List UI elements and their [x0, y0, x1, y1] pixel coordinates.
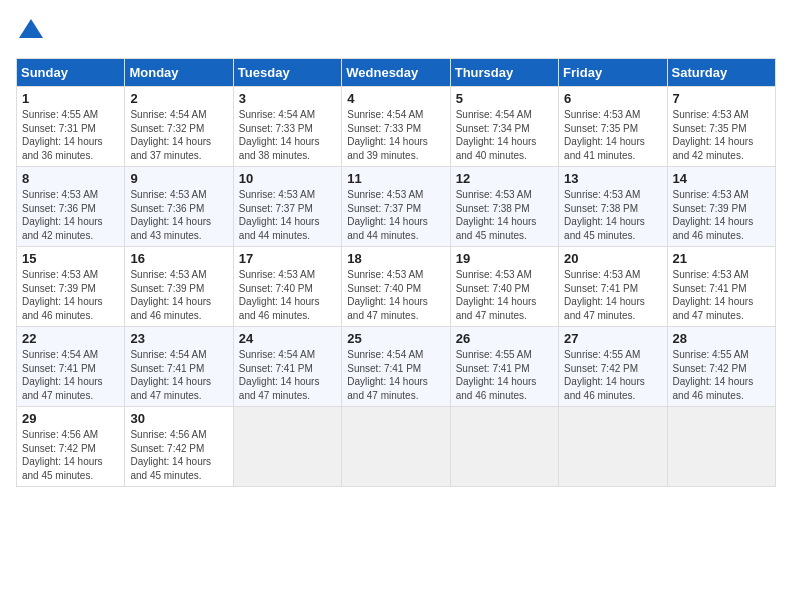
- day-cell: 11Sunrise: 4:53 AM Sunset: 7:37 PM Dayli…: [342, 167, 450, 247]
- day-info: Sunrise: 4:53 AM Sunset: 7:41 PM Dayligh…: [564, 268, 661, 322]
- day-info: Sunrise: 4:54 AM Sunset: 7:41 PM Dayligh…: [347, 348, 444, 402]
- day-cell: [450, 407, 558, 487]
- day-cell: 10Sunrise: 4:53 AM Sunset: 7:37 PM Dayli…: [233, 167, 341, 247]
- day-cell: 27Sunrise: 4:55 AM Sunset: 7:42 PM Dayli…: [559, 327, 667, 407]
- day-number: 22: [22, 331, 119, 346]
- day-number: 12: [456, 171, 553, 186]
- day-cell: 23Sunrise: 4:54 AM Sunset: 7:41 PM Dayli…: [125, 327, 233, 407]
- day-cell: 18Sunrise: 4:53 AM Sunset: 7:40 PM Dayli…: [342, 247, 450, 327]
- day-number: 18: [347, 251, 444, 266]
- day-info: Sunrise: 4:53 AM Sunset: 7:36 PM Dayligh…: [130, 188, 227, 242]
- logo-icon: [16, 16, 46, 46]
- day-info: Sunrise: 4:53 AM Sunset: 7:41 PM Dayligh…: [673, 268, 770, 322]
- day-number: 19: [456, 251, 553, 266]
- day-info: Sunrise: 4:55 AM Sunset: 7:42 PM Dayligh…: [564, 348, 661, 402]
- day-info: Sunrise: 4:56 AM Sunset: 7:42 PM Dayligh…: [130, 428, 227, 482]
- week-row-4: 22Sunrise: 4:54 AM Sunset: 7:41 PM Dayli…: [17, 327, 776, 407]
- header-thursday: Thursday: [450, 59, 558, 87]
- day-cell: 25Sunrise: 4:54 AM Sunset: 7:41 PM Dayli…: [342, 327, 450, 407]
- day-cell: [667, 407, 775, 487]
- calendar-header-row: SundayMondayTuesdayWednesdayThursdayFrid…: [17, 59, 776, 87]
- day-number: 20: [564, 251, 661, 266]
- day-cell: 16Sunrise: 4:53 AM Sunset: 7:39 PM Dayli…: [125, 247, 233, 327]
- day-number: 3: [239, 91, 336, 106]
- week-row-5: 29Sunrise: 4:56 AM Sunset: 7:42 PM Dayli…: [17, 407, 776, 487]
- day-info: Sunrise: 4:53 AM Sunset: 7:38 PM Dayligh…: [456, 188, 553, 242]
- day-number: 15: [22, 251, 119, 266]
- day-number: 23: [130, 331, 227, 346]
- day-number: 21: [673, 251, 770, 266]
- day-info: Sunrise: 4:53 AM Sunset: 7:40 PM Dayligh…: [456, 268, 553, 322]
- svg-rect-1: [28, 30, 34, 38]
- day-cell: 28Sunrise: 4:55 AM Sunset: 7:42 PM Dayli…: [667, 327, 775, 407]
- header-wednesday: Wednesday: [342, 59, 450, 87]
- day-cell: 7Sunrise: 4:53 AM Sunset: 7:35 PM Daylig…: [667, 87, 775, 167]
- day-number: 10: [239, 171, 336, 186]
- day-info: Sunrise: 4:53 AM Sunset: 7:39 PM Dayligh…: [130, 268, 227, 322]
- header-tuesday: Tuesday: [233, 59, 341, 87]
- day-info: Sunrise: 4:55 AM Sunset: 7:42 PM Dayligh…: [673, 348, 770, 402]
- day-cell: 21Sunrise: 4:53 AM Sunset: 7:41 PM Dayli…: [667, 247, 775, 327]
- day-number: 1: [22, 91, 119, 106]
- day-cell: 6Sunrise: 4:53 AM Sunset: 7:35 PM Daylig…: [559, 87, 667, 167]
- day-number: 24: [239, 331, 336, 346]
- day-number: 14: [673, 171, 770, 186]
- day-number: 17: [239, 251, 336, 266]
- day-info: Sunrise: 4:55 AM Sunset: 7:31 PM Dayligh…: [22, 108, 119, 162]
- day-cell: [342, 407, 450, 487]
- day-cell: 15Sunrise: 4:53 AM Sunset: 7:39 PM Dayli…: [17, 247, 125, 327]
- day-cell: 29Sunrise: 4:56 AM Sunset: 7:42 PM Dayli…: [17, 407, 125, 487]
- day-number: 4: [347, 91, 444, 106]
- day-cell: [233, 407, 341, 487]
- day-info: Sunrise: 4:54 AM Sunset: 7:33 PM Dayligh…: [239, 108, 336, 162]
- day-info: Sunrise: 4:53 AM Sunset: 7:39 PM Dayligh…: [673, 188, 770, 242]
- day-info: Sunrise: 4:53 AM Sunset: 7:40 PM Dayligh…: [347, 268, 444, 322]
- day-cell: 5Sunrise: 4:54 AM Sunset: 7:34 PM Daylig…: [450, 87, 558, 167]
- day-cell: 20Sunrise: 4:53 AM Sunset: 7:41 PM Dayli…: [559, 247, 667, 327]
- week-row-1: 1Sunrise: 4:55 AM Sunset: 7:31 PM Daylig…: [17, 87, 776, 167]
- header-saturday: Saturday: [667, 59, 775, 87]
- day-number: 13: [564, 171, 661, 186]
- day-info: Sunrise: 4:54 AM Sunset: 7:41 PM Dayligh…: [239, 348, 336, 402]
- week-row-3: 15Sunrise: 4:53 AM Sunset: 7:39 PM Dayli…: [17, 247, 776, 327]
- day-number: 26: [456, 331, 553, 346]
- day-number: 27: [564, 331, 661, 346]
- day-cell: 19Sunrise: 4:53 AM Sunset: 7:40 PM Dayli…: [450, 247, 558, 327]
- day-number: 28: [673, 331, 770, 346]
- day-info: Sunrise: 4:55 AM Sunset: 7:41 PM Dayligh…: [456, 348, 553, 402]
- day-cell: 14Sunrise: 4:53 AM Sunset: 7:39 PM Dayli…: [667, 167, 775, 247]
- day-info: Sunrise: 4:53 AM Sunset: 7:35 PM Dayligh…: [673, 108, 770, 162]
- day-info: Sunrise: 4:54 AM Sunset: 7:41 PM Dayligh…: [130, 348, 227, 402]
- day-cell: 13Sunrise: 4:53 AM Sunset: 7:38 PM Dayli…: [559, 167, 667, 247]
- calendar-body: 1Sunrise: 4:55 AM Sunset: 7:31 PM Daylig…: [17, 87, 776, 487]
- day-info: Sunrise: 4:53 AM Sunset: 7:40 PM Dayligh…: [239, 268, 336, 322]
- day-info: Sunrise: 4:53 AM Sunset: 7:37 PM Dayligh…: [239, 188, 336, 242]
- day-number: 9: [130, 171, 227, 186]
- day-cell: 17Sunrise: 4:53 AM Sunset: 7:40 PM Dayli…: [233, 247, 341, 327]
- day-cell: 26Sunrise: 4:55 AM Sunset: 7:41 PM Dayli…: [450, 327, 558, 407]
- day-number: 2: [130, 91, 227, 106]
- day-cell: 22Sunrise: 4:54 AM Sunset: 7:41 PM Dayli…: [17, 327, 125, 407]
- day-number: 5: [456, 91, 553, 106]
- logo: [16, 16, 50, 46]
- day-number: 11: [347, 171, 444, 186]
- day-cell: 4Sunrise: 4:54 AM Sunset: 7:33 PM Daylig…: [342, 87, 450, 167]
- day-number: 25: [347, 331, 444, 346]
- day-cell: [559, 407, 667, 487]
- day-info: Sunrise: 4:54 AM Sunset: 7:32 PM Dayligh…: [130, 108, 227, 162]
- day-number: 6: [564, 91, 661, 106]
- day-info: Sunrise: 4:54 AM Sunset: 7:34 PM Dayligh…: [456, 108, 553, 162]
- day-cell: 8Sunrise: 4:53 AM Sunset: 7:36 PM Daylig…: [17, 167, 125, 247]
- day-cell: 30Sunrise: 4:56 AM Sunset: 7:42 PM Dayli…: [125, 407, 233, 487]
- day-info: Sunrise: 4:53 AM Sunset: 7:35 PM Dayligh…: [564, 108, 661, 162]
- day-info: Sunrise: 4:56 AM Sunset: 7:42 PM Dayligh…: [22, 428, 119, 482]
- header-friday: Friday: [559, 59, 667, 87]
- day-number: 16: [130, 251, 227, 266]
- day-cell: 12Sunrise: 4:53 AM Sunset: 7:38 PM Dayli…: [450, 167, 558, 247]
- calendar-table: SundayMondayTuesdayWednesdayThursdayFrid…: [16, 58, 776, 487]
- week-row-2: 8Sunrise: 4:53 AM Sunset: 7:36 PM Daylig…: [17, 167, 776, 247]
- page-header: [16, 16, 776, 46]
- day-number: 30: [130, 411, 227, 426]
- header-monday: Monday: [125, 59, 233, 87]
- day-info: Sunrise: 4:53 AM Sunset: 7:39 PM Dayligh…: [22, 268, 119, 322]
